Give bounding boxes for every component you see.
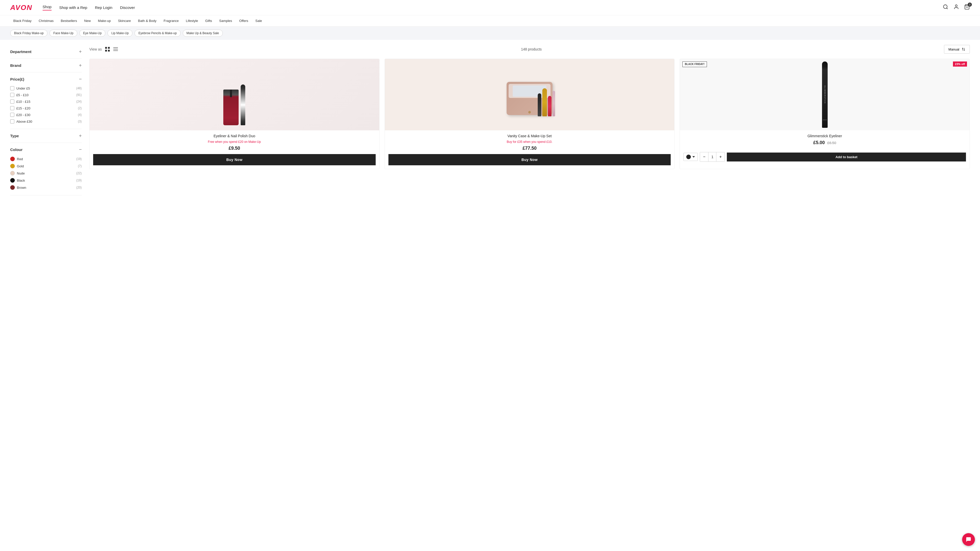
department-label: Department	[10, 49, 32, 54]
pill-eye-makeup[interactable]: Eye Make-Up	[80, 30, 106, 37]
quantity-increase-button[interactable]: +	[716, 152, 724, 162]
sort-button[interactable]: Manual	[944, 45, 970, 54]
price-20-30-checkbox[interactable]	[10, 113, 14, 117]
search-icon[interactable]	[943, 4, 948, 11]
price-10-15-label: £10 - £15	[16, 100, 30, 103]
subnav-makeup[interactable]: Make-up	[95, 17, 114, 24]
quantity-decrease-button[interactable]: −	[700, 152, 708, 162]
nav-shop[interactable]: Shop	[43, 5, 52, 11]
colour-nude[interactable]: Nude (22)	[10, 170, 82, 177]
colour-gold-label: Gold	[17, 164, 24, 168]
price-label: Price(£)	[10, 77, 24, 81]
svg-rect-9	[113, 49, 118, 49]
colour-selector[interactable]	[683, 153, 698, 161]
price-above-30[interactable]: Above £30 (3)	[10, 118, 82, 125]
sidebar: Department + Brand + Price(£) − Under £5	[10, 45, 82, 195]
price-10-15-checkbox[interactable]	[10, 100, 14, 103]
filter-type: Type +	[10, 129, 82, 143]
glimmerstick-text: GLIMMERSTICK	[824, 86, 826, 104]
buy-now-button-1[interactable]: Buy Now	[93, 154, 375, 165]
lipstick-tube	[548, 96, 552, 116]
colour-black[interactable]: Black (19)	[10, 177, 82, 184]
price-under-5[interactable]: Under £5 (48)	[10, 85, 82, 92]
price-5-10[interactable]: £5 - £10 (91)	[10, 92, 82, 98]
colour-red-count: (19)	[76, 157, 82, 161]
products-toolbar: View as 148 products Manual	[89, 45, 970, 54]
vanity-products	[538, 88, 555, 116]
cart-icon[interactable]: 0	[964, 4, 970, 11]
price-under-5-checkbox[interactable]	[10, 86, 14, 90]
price-5-10-checkbox[interactable]	[10, 93, 14, 97]
product-card-2: Vanity Case & Make-Up Set Buy for £35 wh…	[385, 59, 675, 169]
buy-now-button-2[interactable]: Buy Now	[388, 154, 671, 165]
pill-face-makeup[interactable]: Face Make-Up	[49, 30, 77, 37]
filter-price: Price(£) − Under £5 (48) £5 - £10 (91	[10, 73, 82, 129]
colour-black-label: Black	[17, 179, 25, 183]
price-20-30-label: £20 - £30	[16, 113, 30, 117]
pill-black-friday-makeup[interactable]: Black Friday Make-up	[10, 30, 48, 37]
subnav-gifts[interactable]: Gifts	[202, 17, 215, 24]
subnav-offers[interactable]: Offers	[236, 17, 251, 24]
subnav-samples[interactable]: Samples	[216, 17, 235, 24]
price-10-15-count: (24)	[76, 100, 82, 103]
subnav-sale[interactable]: Sale	[252, 17, 265, 24]
price-15-20-checkbox[interactable]	[10, 106, 14, 110]
account-icon[interactable]	[953, 4, 959, 11]
department-toggle-icon: +	[79, 49, 82, 54]
colour-brown[interactable]: Brown (20)	[10, 184, 82, 191]
subnav-black-friday[interactable]: Black Friday	[10, 17, 35, 24]
price-old-3: £6.50	[827, 141, 836, 145]
product-price-3: £5.00 £6.50	[683, 140, 966, 145]
svg-rect-7	[108, 50, 110, 52]
colour-red[interactable]: Red (19)	[10, 156, 82, 162]
colour-gold[interactable]: Gold (7)	[10, 162, 82, 170]
price-15-20[interactable]: £15 - £20 (2)	[10, 105, 82, 111]
nav-discover[interactable]: Discover	[120, 5, 135, 10]
price-20-30[interactable]: £20 - £30 (4)	[10, 111, 82, 118]
subnav-new[interactable]: New	[81, 17, 94, 24]
price-above-30-checkbox[interactable]	[10, 119, 14, 124]
selected-colour-dot	[686, 155, 691, 159]
quantity-value: 1	[708, 152, 716, 162]
type-filter-toggle[interactable]: Type +	[10, 133, 82, 138]
product-info-3: Glimmerstick Eyeliner £5.00 £6.50	[680, 130, 969, 152]
nav-shop-with-rep[interactable]: Shop with a Rep	[59, 5, 87, 10]
colour-filter-toggle[interactable]: Colour −	[10, 147, 82, 152]
product-card-1: Eyeliner & Nail Polish Duo Free when you…	[89, 59, 380, 169]
view-as-label: View as	[89, 47, 102, 51]
price-10-15[interactable]: £10 - £15 (24)	[10, 98, 82, 105]
pill-makeup-beauty-sale[interactable]: Make Up & Beauty Sale	[183, 30, 223, 37]
logo[interactable]: AVON	[10, 3, 32, 12]
brand-filter-toggle[interactable]: Brand +	[10, 63, 82, 68]
svg-rect-6	[105, 50, 107, 52]
product-image-3: GLIMMERSTICK	[680, 59, 969, 130]
add-basket-row: − 1 + Add to basket	[680, 152, 969, 165]
subnav-bath-body[interactable]: Bath & Body	[135, 17, 159, 24]
department-filter-toggle[interactable]: Department +	[10, 49, 82, 54]
pill-lip-makeup[interactable]: Lip Make-Up	[107, 30, 132, 37]
colour-brown-count: (20)	[76, 186, 82, 189]
add-to-basket-button[interactable]: Add to basket	[727, 152, 966, 162]
grid-view-icon[interactable]	[104, 46, 110, 52]
subnav-fragrance[interactable]: Fragrance	[161, 17, 182, 24]
filter-pills: Black Friday Make-up Face Make-Up Eye Ma…	[0, 27, 980, 40]
price-current-2: £77.50	[522, 146, 536, 151]
list-view-icon[interactable]	[113, 46, 119, 52]
subnav-skincare[interactable]: Skincare	[115, 17, 134, 24]
product-promo-1: Free when you spend £20 on Make-Up	[93, 140, 375, 144]
pill-eyebrow-pencils[interactable]: Eyebrow Pencils & Make-up	[135, 30, 180, 37]
price-15-20-count: (2)	[78, 106, 82, 110]
subnav-bestsellers[interactable]: Bestsellers	[58, 17, 80, 24]
svg-rect-10	[113, 50, 118, 51]
colour-options: Red (19) Gold (7) Nude (22)	[10, 156, 82, 191]
sub-nav: Black Friday Christmas Bestsellers New M…	[0, 15, 980, 27]
price-above-30-count: (3)	[78, 120, 82, 123]
nav-rep-login[interactable]: Rep Login	[95, 5, 112, 10]
colour-gold-dot	[10, 164, 15, 168]
colour-brown-label: Brown	[17, 186, 26, 189]
price-filter-toggle[interactable]: Price(£) −	[10, 76, 82, 82]
discount-badge: 23% off	[953, 62, 967, 67]
subnav-lifestyle[interactable]: Lifestyle	[183, 17, 201, 24]
subnav-christmas[interactable]: Christmas	[36, 17, 57, 24]
colour-red-dot	[10, 157, 15, 161]
